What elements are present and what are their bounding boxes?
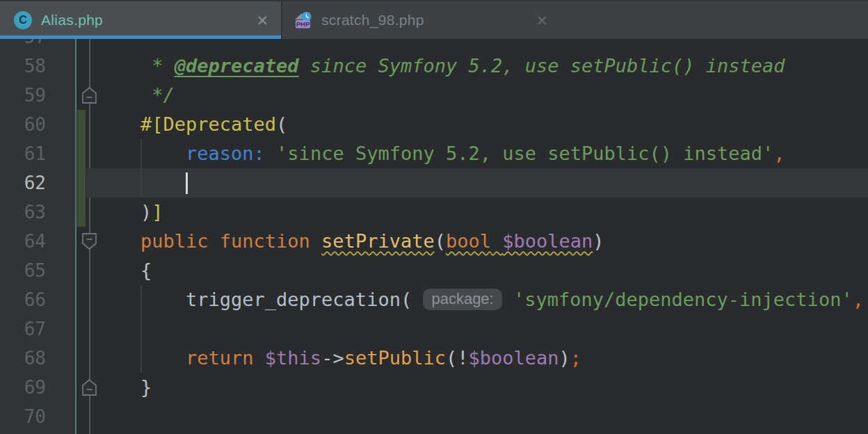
code-text	[75, 314, 868, 344]
fold-marker-up[interactable]	[81, 378, 97, 397]
code-text: }	[75, 373, 868, 402]
text-caret	[186, 172, 188, 194]
code-line-65[interactable]: 65 {	[0, 256, 868, 285]
token: public function	[95, 230, 321, 252]
tab-label: Alias.php	[41, 12, 103, 29]
token	[491, 230, 502, 252]
token: (!	[446, 347, 469, 369]
token: ;	[570, 347, 581, 369]
line-number[interactable]: 59	[0, 81, 75, 110]
token: 'symfony/dependency-injection'	[513, 289, 853, 310]
token: )	[559, 347, 570, 369]
token: *	[95, 55, 175, 77]
token: (	[401, 289, 424, 310]
token: {	[95, 259, 152, 281]
token: @deprecated	[175, 55, 299, 77]
line-number[interactable]: 60	[0, 110, 75, 139]
line-number[interactable]: 68	[0, 344, 75, 373]
editor-tab-bar: C Alias.php ✕ PHP scratch_98.php ✕	[0, 0, 868, 39]
fold-marker-down[interactable]	[81, 232, 97, 251]
code-lines[interactable]: 57 *58 * @deprecated since Symfony 5.2, …	[0, 22, 868, 431]
line-number[interactable]: 70	[0, 402, 75, 431]
code-line-60[interactable]: 60 #[Deprecated(	[0, 110, 868, 139]
line-number[interactable]: 64	[0, 227, 75, 256]
tab-alias-php[interactable]: C Alias.php ✕	[0, 1, 281, 39]
token: $this	[265, 347, 321, 369]
token: setPublic	[344, 347, 446, 369]
close-icon[interactable]: ✕	[256, 13, 268, 28]
fold-marker-up[interactable]	[81, 86, 97, 105]
code-text: trigger_deprecation( package: 'symfony/d…	[75, 285, 868, 314]
token: )	[593, 230, 604, 252]
token	[502, 289, 513, 310]
code-text: */	[75, 81, 868, 110]
line-number[interactable]: 66	[0, 285, 75, 314]
token: $boolean	[502, 230, 593, 252]
line-number[interactable]: 61	[0, 139, 75, 168]
token: ->	[321, 347, 344, 369]
code-editor[interactable]: 57 *58 * @deprecated since Symfony 5.2, …	[0, 0, 868, 434]
code-line-68[interactable]: 68 return $this->setPublic(!$boolean);	[0, 344, 868, 373]
token: trigger_deprecation	[95, 289, 401, 310]
code-text	[75, 402, 868, 431]
token: return	[95, 347, 265, 369]
code-text: #[Deprecated(	[75, 110, 868, 139]
code-line-63[interactable]: 63 )]	[0, 198, 868, 227]
token: $boolean	[468, 347, 558, 369]
token: setPrivate	[321, 230, 435, 252]
token: ,	[853, 289, 864, 310]
code-line-61[interactable]: 61 reason: 'since Symfony 5.2, use setPu…	[0, 139, 868, 168]
token	[265, 143, 276, 164]
code-text: {	[75, 256, 868, 285]
code-text	[75, 168, 868, 198]
code-line-66[interactable]: 66 trigger_deprecation( package: 'symfon…	[0, 285, 868, 314]
token: reason:	[95, 143, 265, 164]
line-number[interactable]: 69	[0, 373, 75, 402]
php-scratch-file-icon: PHP	[294, 11, 312, 30]
code-text: )]	[75, 198, 868, 227]
code-line-70[interactable]: 70	[0, 402, 868, 431]
token: (	[276, 113, 287, 135]
token: 'since Symfony 5.2, use setPublic() inst…	[276, 143, 773, 164]
token: since Symfony 5.2, use setPublic() inste…	[299, 55, 785, 77]
code-text: reason: 'since Symfony 5.2, use setPubli…	[75, 139, 868, 168]
code-line-62[interactable]: 62	[0, 168, 868, 198]
tab-label: scratch_98.php	[321, 12, 424, 29]
php-class-icon: C	[14, 11, 32, 29]
token: )	[95, 201, 152, 223]
line-number[interactable]: 67	[0, 314, 75, 344]
token	[95, 172, 186, 193]
active-tab-indicator	[0, 35, 281, 39]
code-line-64[interactable]: 64 public function setPrivate(bool $bool…	[0, 227, 868, 256]
parameter-hint-pill[interactable]: package:	[423, 289, 501, 310]
token: */	[95, 84, 175, 106]
code-line-69[interactable]: 69 }	[0, 373, 868, 402]
code-text: * @deprecated since Symfony 5.2, use set…	[75, 51, 868, 81]
token: }	[95, 376, 152, 398]
code-line-58[interactable]: 58 * @deprecated since Symfony 5.2, use …	[0, 51, 868, 81]
line-number[interactable]: 63	[0, 198, 75, 227]
token: (	[435, 230, 446, 252]
token: ,	[773, 143, 785, 164]
code-text: public function setPrivate(bool $boolean…	[75, 227, 868, 256]
token: #[Deprecated	[95, 113, 276, 135]
token: ]	[152, 201, 163, 223]
svg-text:PHP: PHP	[296, 20, 310, 28]
close-icon[interactable]: ✕	[536, 13, 548, 28]
tab-scratch-98-php[interactable]: PHP scratch_98.php ✕	[281, 1, 561, 39]
phpstorm-editor-window: 57 *58 * @deprecated since Symfony 5.2, …	[0, 0, 868, 434]
token: bool	[446, 230, 491, 252]
code-line-67[interactable]: 67	[0, 314, 868, 344]
line-number[interactable]: 62	[0, 168, 75, 198]
line-number[interactable]: 65	[0, 256, 75, 285]
line-number[interactable]: 58	[0, 51, 75, 81]
code-line-59[interactable]: 59 */	[0, 81, 868, 110]
code-text: return $this->setPublic(!$boolean);	[75, 344, 868, 373]
